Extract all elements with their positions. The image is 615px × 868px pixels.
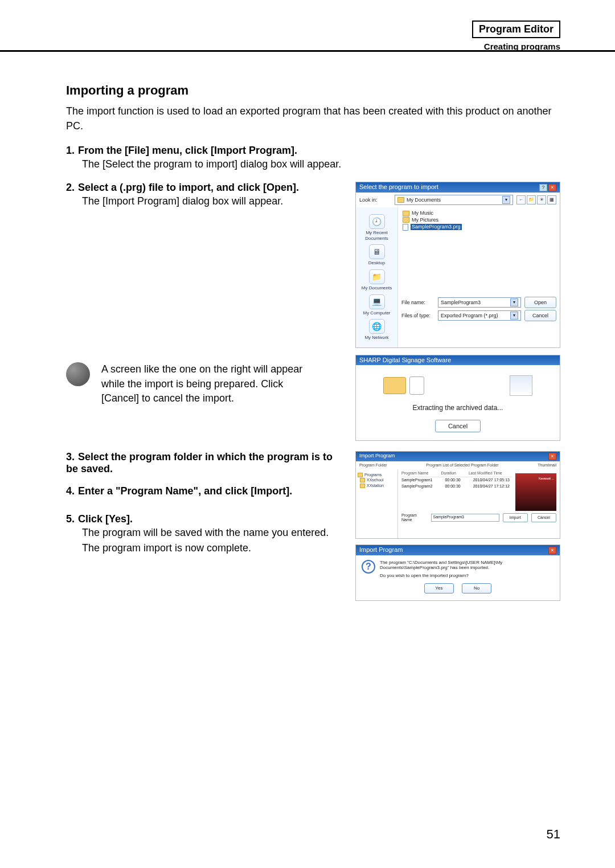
confirm-titlebar: Import Program× (356, 545, 560, 555)
views-icon[interactable]: ▦ (547, 195, 556, 204)
list-item-selected[interactable]: SampleProgram3.prg (403, 224, 555, 231)
step-4: 4.Enter a "Program Name", and click [Imp… (66, 485, 344, 497)
computer-icon: 💻 (369, 294, 385, 309)
chevron-down-icon[interactable]: ▾ (510, 312, 518, 320)
mydocs-icon: 📁 (369, 269, 385, 284)
places-recent[interactable]: 🕘My Recent Documents (357, 214, 396, 241)
step-3-4-5: 3.Select the program folder in which the… (66, 451, 560, 600)
open-dialog-titlebar: Select the program to import ?× (356, 182, 560, 193)
tree-root[interactable]: Programs (358, 473, 396, 477)
page: Program Editor Creating programs Importi… (0, 0, 615, 868)
places-mycomp[interactable]: 💻My Computer (357, 294, 396, 316)
tip: A screen like the one on the right will … (66, 362, 344, 406)
tree-item[interactable]: XXstation (360, 484, 396, 488)
cancel-button[interactable]: Cancel (435, 420, 481, 432)
folder-tree[interactable]: Programs XXschool XXstation (356, 470, 398, 538)
open-dialog-footer: File name:SampleProgram3▾Open Files of t… (398, 293, 560, 325)
window-buttons: ?× (538, 183, 556, 191)
chevron-down-icon[interactable]: ▾ (510, 298, 518, 306)
program-table[interactable]: Program NameDurationLast Modified Time S… (398, 470, 515, 511)
content: Importing a program The import function … (66, 83, 560, 601)
table-row[interactable]: SampleProgram100:00:302010/04/27 17:05:1… (401, 477, 512, 483)
network-icon: 🌐 (369, 319, 385, 334)
filetype-label: Files of type: (401, 313, 434, 319)
progress-graphic (383, 375, 532, 396)
nav-toolbar: ←📁✳▦ (515, 195, 556, 204)
step-3-head: Select the program folder in which the p… (66, 451, 333, 474)
newfolder-icon[interactable]: ✳ (537, 195, 546, 204)
filename-label: File name: (401, 300, 434, 306)
lookin-dropdown[interactable]: My Documents▾ (395, 195, 513, 205)
open-dialog: Select the program to import ?× Look in:… (355, 182, 560, 348)
yes-button[interactable]: Yes (424, 583, 454, 593)
file-icon (403, 224, 408, 231)
folder-icon (358, 473, 363, 477)
help-icon[interactable]: ? (539, 184, 547, 191)
places-mydocs[interactable]: 📁My Documents (357, 269, 396, 291)
step-4-head: Enter a "Program Name", and click [Impor… (78, 485, 292, 497)
step-3-no: 3. (66, 451, 75, 462)
list-col-label: Program List of Selected Program Folder (426, 463, 498, 468)
thumb-col-label: Thumbnail (538, 463, 556, 468)
import-dialog-footer: Program Name SampleProgram3 Import Cance… (398, 511, 560, 525)
folder-icon (360, 484, 365, 488)
up-icon[interactable]: 📁 (527, 195, 536, 204)
confirm-msg2: Do you wish to open the imported program… (380, 573, 554, 579)
progress-dialog: SHARP Digital Signage Software Extractin… (355, 355, 560, 441)
step-2: 2.Select a (.prg) file to import, and cl… (66, 182, 560, 441)
chevron-down-icon[interactable]: ▾ (502, 196, 510, 204)
confirm-title: Import Program (359, 546, 403, 554)
folder-icon (360, 478, 365, 482)
file-list-pane: My Music My Pictures SampleProgram3.prg … (398, 207, 560, 347)
step-5-head: Click [Yes]. (78, 513, 133, 525)
filename-input[interactable]: SampleProgram3▾ (438, 297, 521, 308)
file-list[interactable]: My Music My Pictures SampleProgram3.prg (398, 207, 560, 293)
close-icon[interactable]: × (548, 547, 556, 554)
filetype-dropdown[interactable]: Exported Program (*.prg)▾ (438, 310, 521, 321)
step-4-no: 4. (66, 485, 75, 497)
header-title: Program Editor (472, 21, 560, 38)
import-button[interactable]: Import (503, 513, 528, 522)
lookin-value: My Documents (407, 197, 441, 203)
no-button[interactable]: No (462, 583, 491, 593)
step-2-head: Select a (.prg) file to import, and clic… (78, 182, 299, 193)
folder-icon (397, 197, 404, 203)
program-name-label: Program Name (401, 513, 428, 523)
places-desktop[interactable]: 🖥Desktop (357, 244, 396, 266)
tree-item[interactable]: XXschool (360, 478, 396, 482)
step-5: 5.Click [Yes]. The program will be saved… (66, 513, 344, 555)
section-intro: The import function is used to load an e… (66, 104, 560, 133)
open-dialog-title: Select the program to import (359, 183, 438, 191)
figure-column-2: Import Program× Program FolderProgram Li… (355, 451, 560, 600)
cancel-button[interactable]: Cancel (531, 513, 556, 522)
program-name-input[interactable]: SampleProgram3 (431, 514, 499, 522)
list-item[interactable]: My Pictures (403, 217, 555, 223)
import-dialog: Import Program× Program FolderProgram Li… (355, 451, 560, 538)
page-number: 51 (547, 827, 560, 842)
step-5-body1: The program will be saved with the name … (66, 525, 344, 540)
step-1-body: The [Select the program to import] dialo… (66, 157, 560, 171)
progress-titlebar: SHARP Digital Signage Software (356, 355, 560, 365)
folder-icon (403, 211, 409, 216)
desktop-icon: 🖥 (369, 244, 385, 259)
tip-icon (66, 362, 90, 386)
confirm-msg1: The program "C:\Documents and Settings\[… (380, 560, 554, 571)
lookin-row: Look in: My Documents▾ ←📁✳▦ (356, 193, 560, 207)
places-mynet[interactable]: 🌐My Network (357, 319, 396, 341)
question-icon: ? (362, 560, 375, 574)
steps: 1.From the [File] menu, click [Import Pr… (66, 145, 560, 600)
close-icon[interactable]: × (548, 184, 556, 191)
back-icon[interactable]: ← (516, 195, 526, 204)
table-row[interactable]: SampleProgram200:00:302010/04/27 17:12:1… (401, 484, 512, 489)
open-dialog-body: 🕘My Recent Documents 🖥Desktop 📁My Docume… (356, 207, 560, 347)
thumbnail-preview: Kawasaki ... (515, 473, 556, 511)
section-title: Importing a program (66, 83, 560, 98)
cancel-button[interactable]: Cancel (524, 310, 556, 321)
places-bar: 🕘My Recent Documents 🖥Desktop 📁My Docume… (356, 207, 398, 347)
close-icon[interactable]: × (548, 453, 556, 460)
list-item[interactable]: My Music (403, 210, 555, 216)
table-header: Program NameDurationLast Modified Time (401, 470, 512, 477)
open-button[interactable]: Open (524, 297, 556, 308)
import-dialog-titlebar: Import Program× (356, 452, 560, 461)
folder-col-label: Program Folder (359, 463, 387, 468)
